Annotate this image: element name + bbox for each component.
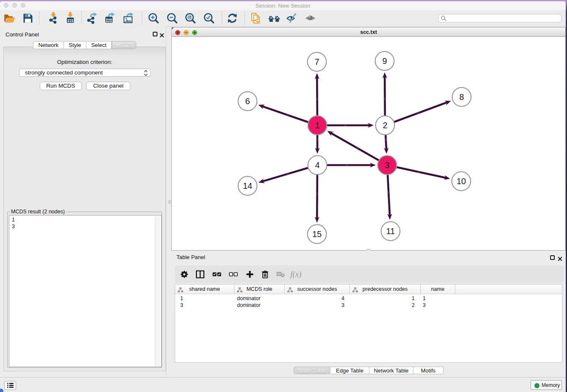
node-4[interactable]: 4 xyxy=(308,156,327,175)
export-network-icon[interactable] xyxy=(86,12,99,25)
table-cell: 3 xyxy=(421,302,455,309)
node-3[interactable]: 3 xyxy=(378,156,397,175)
control-panel: Control Panel NetworkStyleSelectMCDS Opt… xyxy=(0,26,166,377)
search-input[interactable] xyxy=(438,14,561,22)
criterion-value: strongly connected component xyxy=(25,69,103,76)
table-float-panel-icon[interactable] xyxy=(550,255,555,260)
criterion-select[interactable]: strongly connected component xyxy=(19,69,151,77)
node-1[interactable]: 1 xyxy=(308,116,327,135)
zoom-selected-icon[interactable] xyxy=(203,12,215,25)
tab-edge-table[interactable]: Edge Table xyxy=(330,367,369,374)
column-header-predecessor-nodes[interactable]: predecessor nodes xyxy=(350,284,421,294)
close-panel-button[interactable]: Close panel xyxy=(86,82,130,90)
app-window: Session: New Session Control Panel Netwo… xyxy=(0,1,566,392)
table-close-panel-icon[interactable] xyxy=(558,255,562,260)
edge-label xyxy=(385,97,385,100)
node-table: shared nameMCDS rolesuccessor nodesprede… xyxy=(175,284,562,363)
table-header: shared nameMCDS rolesuccessor nodesprede… xyxy=(175,284,562,294)
edge-2-8[interactable] xyxy=(385,101,451,125)
node-11[interactable]: 11 xyxy=(381,222,400,241)
tab-select[interactable]: Select xyxy=(86,41,112,49)
export-image-icon[interactable] xyxy=(122,12,135,25)
mcds-result-scrollbar[interactable] xyxy=(155,216,161,367)
open-session-icon[interactable] xyxy=(3,12,16,25)
column-header-successor-nodes[interactable]: successor nodes xyxy=(285,284,350,294)
node-7[interactable]: 7 xyxy=(308,52,327,72)
clone-network-icon[interactable] xyxy=(249,12,262,25)
tab-node-table[interactable]: Node Table xyxy=(294,367,330,374)
edge-label xyxy=(345,165,348,165)
float-panel-icon[interactable] xyxy=(153,32,157,36)
delete-column-icon[interactable] xyxy=(261,270,269,278)
table-cell: 3 xyxy=(285,302,350,309)
node-15[interactable]: 15 xyxy=(308,225,327,244)
edge-label xyxy=(344,125,347,125)
edge-label xyxy=(317,138,317,141)
column-header-name[interactable]: name xyxy=(421,284,455,294)
node-label: 14 xyxy=(243,181,252,190)
table-cell: dominator xyxy=(234,295,285,302)
tab-motifs[interactable]: Motifs xyxy=(413,367,443,374)
zoom-fit-icon[interactable] xyxy=(184,12,197,25)
node-label: 7 xyxy=(314,57,319,66)
split-view-icon[interactable] xyxy=(196,270,204,278)
zoom-out-icon[interactable] xyxy=(166,12,179,25)
toolbar-separator xyxy=(81,11,82,25)
select-all-icon[interactable] xyxy=(212,272,221,276)
deselect-all-icon[interactable] xyxy=(229,272,238,276)
table-panel: Table Panel f(x) shared nameMCDS rolesuc… xyxy=(171,251,566,378)
node-label: 1 xyxy=(315,121,319,130)
network-window-titlebar[interactable]: scc.txt xyxy=(171,27,566,37)
node-label: 9 xyxy=(382,56,387,66)
delete-table-icon[interactable] xyxy=(276,271,285,277)
edge-3-1[interactable] xyxy=(327,131,387,165)
mcds-result-title: MCDS result (2 nodes) xyxy=(10,209,66,215)
node-label: 10 xyxy=(457,177,466,186)
import-table-icon[interactable] xyxy=(64,12,77,25)
network-graph[interactable]: 1 2 3 4 6 7 8 9 10 11 14 15 xyxy=(172,37,565,250)
mcds-result-items: 1 3 xyxy=(12,216,15,230)
first-neighbors-icon[interactable] xyxy=(268,12,281,25)
tab-network-table[interactable]: Network Table xyxy=(369,367,413,374)
edge-label xyxy=(317,193,317,195)
table-row[interactable]: 1dominator411 xyxy=(175,295,562,302)
node-8[interactable]: 8 xyxy=(452,88,471,107)
node-9[interactable]: 9 xyxy=(375,52,394,71)
mcds-result-group: MCDS result (2 nodes) 1 3 xyxy=(7,212,162,368)
memory-button[interactable]: Memory xyxy=(531,380,562,390)
zoom-in-icon[interactable] xyxy=(147,12,160,25)
node-14[interactable]: 14 xyxy=(238,177,257,196)
node-6[interactable]: 6 xyxy=(238,92,257,111)
column-header-MCDS-role[interactable]: MCDS role xyxy=(234,284,285,294)
hide-selected-icon[interactable] xyxy=(286,12,299,25)
close-panel-icon[interactable] xyxy=(160,32,164,36)
table-row[interactable]: 3dominator323 xyxy=(175,302,562,309)
network-canvas[interactable]: 1 2 3 4 6 7 8 9 10 11 14 15 xyxy=(171,37,566,251)
node-2[interactable]: 2 xyxy=(376,116,395,135)
task-history-button[interactable] xyxy=(4,381,16,390)
mcds-result-list[interactable]: 1 3 xyxy=(9,215,162,367)
toolbar-separator xyxy=(142,11,142,25)
export-table-icon[interactable] xyxy=(104,12,116,25)
node-label: 3 xyxy=(385,160,389,170)
edge-label xyxy=(317,98,317,100)
network-view-window: scc.txt xyxy=(171,27,566,251)
toolbar-separator xyxy=(222,11,222,25)
settings-gear-icon[interactable] xyxy=(181,271,188,278)
add-column-icon[interactable] xyxy=(246,271,253,278)
tab-style[interactable]: Style xyxy=(64,41,86,49)
import-network-icon[interactable] xyxy=(47,12,60,25)
function-builder-icon[interactable]: f(x) xyxy=(289,270,306,279)
column-header-shared-name[interactable]: shared name xyxy=(175,284,234,294)
node-10[interactable]: 10 xyxy=(452,172,471,191)
show-all-icon[interactable] xyxy=(305,12,317,25)
save-session-icon[interactable] xyxy=(22,12,34,25)
tab-mcds[interactable]: MCDS xyxy=(112,41,136,49)
run-mcds-button[interactable]: Run MCDS xyxy=(40,82,82,90)
refresh-icon[interactable] xyxy=(226,12,239,25)
list-icon xyxy=(7,383,14,388)
window-title: Session: New Session xyxy=(0,1,566,10)
tab-network[interactable]: Network xyxy=(33,41,64,49)
vertical-splitter-handle[interactable] xyxy=(168,200,171,204)
table-cell: 2 xyxy=(350,302,421,309)
